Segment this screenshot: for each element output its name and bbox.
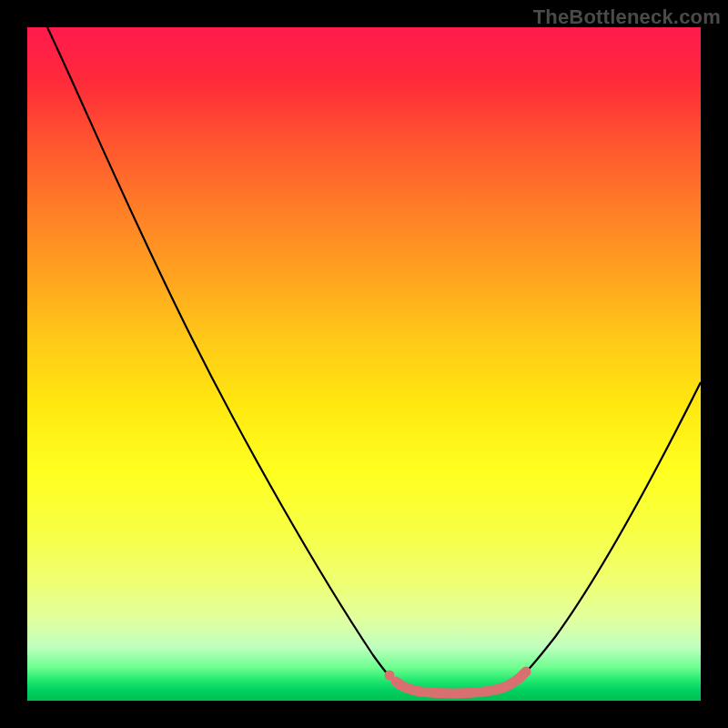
chart-svg xyxy=(27,27,701,701)
optimal-zone-start-dot xyxy=(385,671,395,681)
optimal-zone-highlight xyxy=(396,672,526,693)
bottleneck-curve xyxy=(47,27,701,693)
watermark-text: TheBottleneck.com xyxy=(533,5,721,29)
chart-container: TheBottleneck.com xyxy=(0,0,728,728)
